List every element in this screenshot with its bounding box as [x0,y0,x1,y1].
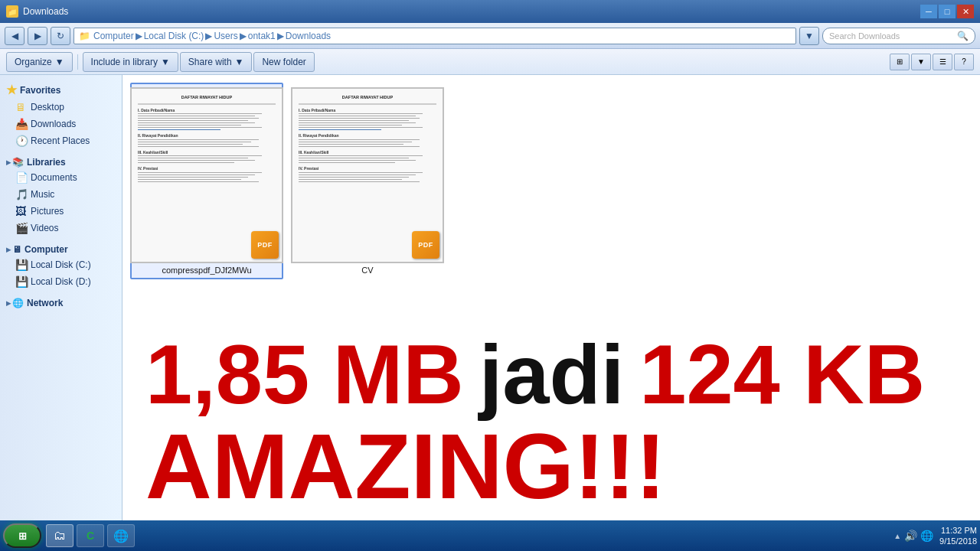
include-label: Include in library [91,57,158,67]
sidebar-item-recent-places[interactable]: 🕐 Recent Places [0,132,122,149]
search-box[interactable]: Search Downloads 🔍 [822,28,975,44]
libraries-expand-icon: ▶ [6,159,11,166]
file-item-2[interactable]: DAFTAR RIWAYAT HIDUP I. Data Pribadi/Nam… [291,83,444,279]
desktop-label: Desktop [31,102,64,112]
new-folder-button[interactable]: New folder [253,52,314,72]
pdf-badge-2: PDF [412,231,439,259]
favorites-header[interactable]: ★ Favorites [0,81,122,99]
network-section: ▶ 🌐 Network [0,296,122,310]
file-area: DAFTAR RIWAYAT HIDUP I. Data Pribadi/Nam… [122,75,980,531]
sidebar-item-videos[interactable]: 🎬 Videos [0,220,122,236]
address-bar: ◀ ▶ ↻ 📁 Computer ▶ Local Disk (C:) ▶ Use… [0,23,980,49]
toolbar-separator-1 [77,54,78,70]
time: 11:32 PM [939,525,977,536]
overlay-size-after: 124 KB [639,332,925,416]
date: 9/15/2018 [939,536,977,546]
maximize-button[interactable]: □ [939,5,956,18]
sidebar-item-music[interactable]: 🎵 Music [0,186,122,203]
computer-header[interactable]: ▶ 🖥 Computer [0,243,122,256]
search-placeholder: Search Downloads [829,31,900,41]
overlay-text: 1,85 MB jadi 124 KB AMAZING!!! [122,317,980,531]
help-button[interactable]: ? [954,54,974,70]
disk-c-label: Local Disk (C:) [31,259,91,270]
pictures-label: Pictures [31,206,64,217]
organize-button[interactable]: Organize ▼ [6,52,73,72]
computer-section: ▶ 🖥 Computer 💾 Local Disk (C:) 💾 Local D… [0,243,122,290]
organize-label: Organize [15,57,52,67]
network-icon: 🌐 [12,298,24,308]
chrome-icon: 🌐 [113,529,129,543]
recent-places-label: Recent Places [31,135,90,146]
include-library-button[interactable]: Include in library ▼ [83,52,178,72]
taskbar-app-explorer[interactable]: 🗂 [46,524,74,547]
include-arrow: ▼ [161,57,170,67]
close-button[interactable]: ✕ [957,5,974,18]
path-localdisk[interactable]: Local Disk (C:) [144,31,204,41]
sidebar-item-documents[interactable]: 📄 Documents [0,169,122,186]
window-icon: 📁 [6,5,18,18]
desktop-icon: 🖥 [15,101,28,113]
videos-icon: 🎬 [15,222,28,234]
overlay-line1: 1,85 MB jadi 124 KB [145,332,925,416]
videos-label: Videos [31,223,58,233]
computer-icon: 🖥 [12,244,21,255]
sidebar-item-pictures[interactable]: 🖼 Pictures [0,203,122,220]
explorer-icon: 🗂 [54,529,66,543]
path-users[interactable]: Users [214,31,237,41]
computer-expand-icon: ▶ [6,246,11,253]
disk-c-icon: 💾 [15,259,28,271]
documents-label: Documents [31,172,77,183]
overlay-size-before: 1,85 MB [145,332,464,416]
sidebar-item-downloads[interactable]: 📥 Downloads [0,116,122,132]
main-area: ★ Favorites 🖥 Desktop 📥 Downloads 🕐 Rece… [0,75,980,531]
sidebar-item-desktop[interactable]: 🖥 Desktop [0,99,122,116]
libraries-icon: 📚 [12,157,24,168]
taskbar: ⊞ 🗂 C 🌐 ▲ 🔊 🌐 11:32 PM 9/15/2018 [0,520,980,551]
path-user[interactable]: ontak1 [248,31,276,41]
path-computer[interactable]: Computer [93,31,134,41]
file-thumbnail-1: DAFTAR RIWAYAT HIDUP I. Data Pribadi/Nam… [130,87,283,263]
back-button[interactable]: ◀ [5,27,24,45]
share-with-button[interactable]: Share with ▼ [180,52,253,72]
libraries-section: ▶ 📚 Libraries 📄 Documents 🎵 Music 🖼 Pict… [0,155,122,236]
downloads-label: Downloads [31,119,76,129]
recent-places-icon: 🕐 [15,135,28,147]
view-dropdown[interactable]: ▼ [911,54,931,70]
music-icon: 🎵 [15,188,28,201]
pdf-icon-overlay-2: PDF [412,231,439,259]
share-arrow: ▼ [235,57,244,67]
view-controls: ⊞ ▼ ☰ ? [890,54,974,70]
sidebar-item-local-disk-c[interactable]: 💾 Local Disk (C:) [0,256,122,273]
start-button[interactable]: ⊞ [3,523,41,548]
taskbar-app-clipgrab[interactable]: C [77,524,104,547]
refresh-button[interactable]: ↻ [51,27,70,45]
tray-volume-icon[interactable]: 🔊 [904,530,917,542]
view-details[interactable]: ☰ [933,54,952,70]
network-expand-icon: ▶ [6,300,11,307]
new-folder-label: New folder [262,57,305,67]
forward-button[interactable]: ▶ [28,27,47,45]
minimize-button[interactable]: ─ [920,5,937,18]
pictures-icon: 🖼 [15,205,28,217]
window-title: Downloads [23,6,68,17]
libraries-header[interactable]: ▶ 📚 Libraries [0,155,122,169]
taskbar-app-chrome[interactable]: 🌐 [107,524,135,547]
sidebar: ★ Favorites 🖥 Desktop 📥 Downloads 🕐 Rece… [0,75,122,531]
disk-d-icon: 💾 [15,276,28,288]
start-icon: ⊞ [18,530,27,542]
address-path[interactable]: 📁 Computer ▶ Local Disk (C:) ▶ Users ▶ o… [74,28,796,44]
disk-d-label: Local Disk (D:) [31,276,91,287]
network-header[interactable]: ▶ 🌐 Network [0,296,122,310]
taskbar-right: ▲ 🔊 🌐 11:32 PM 9/15/2018 [893,525,977,547]
sidebar-item-local-disk-d[interactable]: 💾 Local Disk (D:) [0,273,122,290]
tray-network-icon[interactable]: 🌐 [920,530,933,542]
tray-expand-icon[interactable]: ▲ [893,532,901,540]
share-label: Share with [188,57,232,67]
path-downloads[interactable]: Downloads [286,31,331,41]
view-large-icons[interactable]: ⊞ [890,54,910,70]
music-label: Music [31,189,54,200]
overlay-jadi: jadi [479,332,625,416]
file-item-1[interactable]: DAFTAR RIWAYAT HIDUP I. Data Pribadi/Nam… [130,83,283,279]
dropdown-button[interactable]: ▼ [799,27,819,45]
files-grid: DAFTAR RIWAYAT HIDUP I. Data Pribadi/Nam… [122,75,980,287]
